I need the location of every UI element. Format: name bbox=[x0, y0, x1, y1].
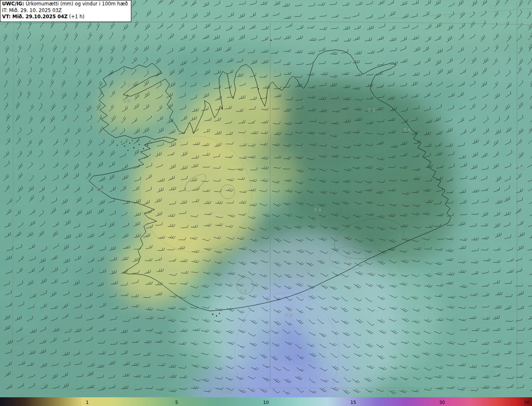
colorbar-tick-label: 15 bbox=[350, 400, 356, 405]
title-line-init: IT: Mið. 29. 10. 2025 03Z bbox=[2, 7, 128, 14]
map-title-box: UWC/IG: Úrkomumætti (mm) og vindur i 100… bbox=[0, 0, 131, 22]
weather-map-screen: 7.18.02.43.83.56.83.64.05.72.93.43.84.12… bbox=[0, 0, 532, 406]
title-line-valid: VT: Mið. 29.10.2025 04Z (+1 h) bbox=[2, 14, 128, 20]
wind-barbs-layer bbox=[0, 0, 532, 398]
valid-label: VT: bbox=[2, 14, 11, 20]
init-time: Mið. 29. 10. 2025 03Z bbox=[7, 7, 62, 13]
valid-offset: (+1 h) bbox=[67, 14, 84, 20]
product-title: Úrkomumætti (mm) og vindur i 100m hæð bbox=[24, 1, 128, 7]
colorbar-tick-label: 30 bbox=[439, 400, 445, 405]
colorbar-tick-label: 1 bbox=[86, 400, 89, 405]
wind-barb-glyphs bbox=[3, 0, 532, 394]
colorbar-tick-label: 50 bbox=[524, 400, 530, 405]
valid-time: Mið. 29.10.2025 04Z bbox=[11, 14, 68, 20]
model-label: UWC/IG: bbox=[2, 1, 24, 7]
colorbar: 1510153050 bbox=[0, 397, 532, 406]
colorbar-tick-label: 5 bbox=[175, 400, 178, 405]
init-label: IT: bbox=[2, 7, 7, 13]
colorbar-tick-label: 10 bbox=[263, 400, 269, 405]
title-line-product: UWC/IG: Úrkomumætti (mm) og vindur i 100… bbox=[2, 1, 128, 7]
